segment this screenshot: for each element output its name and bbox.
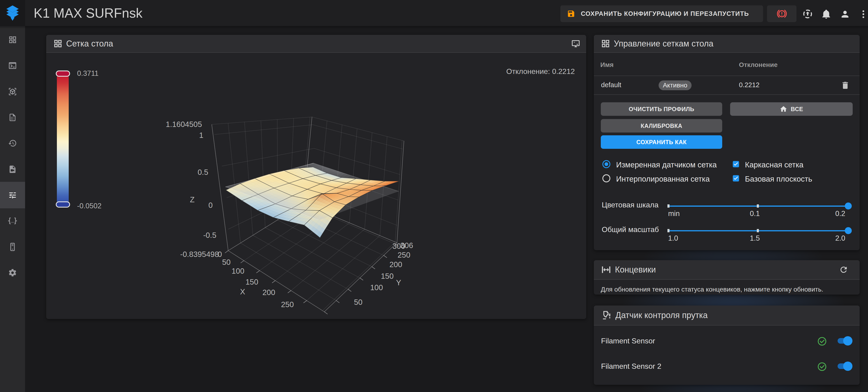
svg-text:50: 50 (222, 258, 231, 267)
svg-text:Отклонение: 0.2212: Отклонение: 0.2212 (506, 67, 575, 76)
svg-text:50: 50 (354, 298, 363, 306)
svg-text:200: 200 (389, 260, 402, 269)
svg-text:200: 200 (262, 288, 275, 297)
svg-text:100: 100 (231, 267, 244, 275)
svg-text:-0.0502: -0.0502 (77, 202, 101, 210)
svg-text:0: 0 (218, 250, 222, 258)
svg-text:-0.5: -0.5 (203, 231, 216, 240)
svg-text:1: 1 (199, 131, 204, 140)
svg-text:-0.8395498: -0.8395498 (180, 250, 219, 258)
svg-text:0.3711: 0.3711 (77, 69, 99, 78)
svg-text:X: X (240, 287, 245, 296)
svg-text:0.5: 0.5 (197, 168, 208, 176)
svg-text:250: 250 (281, 300, 294, 309)
svg-text:306: 306 (400, 241, 413, 250)
svg-text:Y: Y (396, 278, 401, 287)
svg-text:250: 250 (397, 251, 410, 259)
svg-text:150: 150 (381, 272, 394, 280)
svg-text:Z: Z (190, 195, 194, 204)
svg-text:1.1604505: 1.1604505 (166, 120, 202, 129)
svg-text:150: 150 (245, 278, 258, 286)
svg-text:0: 0 (209, 201, 213, 209)
svg-text:100: 100 (370, 283, 383, 292)
